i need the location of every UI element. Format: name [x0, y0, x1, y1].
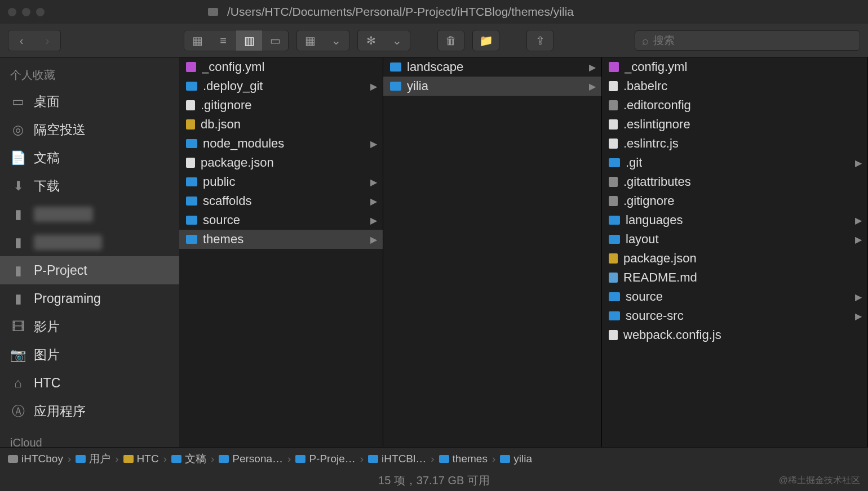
path-label: 文稿 — [185, 452, 206, 466]
file-item[interactable]: .eslintignore — [602, 115, 867, 134]
sidebar-item-label: █████ — [34, 235, 102, 250]
chevron-down-icon: ⌄ — [392, 35, 402, 46]
sidebar-item-label: 应用程序 — [34, 403, 86, 420]
back-button[interactable]: ‹ — [8, 30, 34, 51]
file-item[interactable]: package.json — [179, 153, 383, 172]
file-item[interactable]: webpack.config.js — [602, 325, 867, 345]
file-item[interactable]: .gitattributes — [602, 172, 867, 191]
file-label: node_modules — [203, 136, 284, 151]
path-segment[interactable]: Persona… — [219, 453, 283, 465]
folder-icon — [186, 82, 197, 91]
path-segment[interactable]: 用户 — [76, 452, 110, 466]
sidebar-item-label: HTC — [34, 376, 60, 391]
view-column-button[interactable]: ▥ — [236, 30, 262, 51]
folder-icon — [390, 82, 401, 91]
file-item[interactable]: .gitignore — [179, 96, 383, 115]
apps-icon: Ⓐ — [10, 404, 26, 418]
file-item[interactable]: yilia▶ — [383, 77, 601, 96]
file-item[interactable]: README.md — [602, 268, 867, 287]
path-separator: › — [65, 453, 73, 465]
folder-icon — [186, 197, 197, 206]
sidebar-item-label: 下载 — [34, 177, 60, 195]
minimize-window-button[interactable] — [22, 8, 30, 16]
toolbar: ‹ › ▦ ≡ ▥ ▭ ▦ ⌄ ✻ ⌄ 🗑 📁 ⇪ ⌕ — [0, 24, 868, 57]
search-input[interactable] — [653, 34, 853, 47]
sidebar-item-████[interactable]: ▮████ — [0, 200, 179, 228]
new-folder-button[interactable]: 📁 — [473, 30, 499, 51]
search-box[interactable]: ⌕ — [635, 30, 860, 51]
folder-icon — [186, 177, 197, 186]
sidebar-item-影片[interactable]: 🎞影片 — [0, 313, 179, 341]
file-item[interactable]: public▶ — [179, 172, 383, 191]
file-item[interactable]: .eslintrc.js — [602, 134, 867, 153]
path-separator: › — [490, 453, 498, 465]
file-item[interactable]: source▶ — [602, 287, 867, 306]
file-icon — [186, 100, 195, 110]
sidebar-item-下载[interactable]: ⬇下载 — [0, 172, 179, 200]
trash-button[interactable]: 🗑 — [438, 30, 464, 51]
file-item[interactable]: db.json — [179, 115, 383, 134]
chevron-right-icon: ▶ — [589, 62, 596, 73]
file-item[interactable]: landscape▶ — [383, 57, 601, 77]
file-item[interactable]: node_modules▶ — [179, 134, 383, 153]
file-item[interactable]: .gitignore — [602, 191, 867, 211]
file-label: source — [203, 213, 240, 227]
file-label: package.json — [623, 251, 697, 266]
action-button[interactable]: ✻ — [358, 30, 384, 51]
path-label: themes — [453, 453, 488, 465]
file-item[interactable]: _config.yml — [179, 57, 383, 77]
group-button[interactable]: ▦ — [297, 30, 323, 51]
share-button[interactable]: ⇪ — [527, 30, 553, 51]
file-item[interactable]: source-src▶ — [602, 306, 867, 325]
file-label: landscape — [407, 60, 463, 74]
sidebar-item-Programing[interactable]: ▮Programing — [0, 284, 179, 313]
pictures-icon: 📷 — [10, 348, 26, 361]
path-segment[interactable]: themes — [439, 453, 488, 465]
sidebar-item-应用程序[interactable]: Ⓐ应用程序 — [0, 397, 179, 425]
file-item[interactable]: scaffolds▶ — [179, 191, 383, 211]
sidebar-item-桌面[interactable]: ▭桌面 — [0, 87, 179, 115]
sidebar-item-label: 图片 — [34, 346, 60, 364]
path-segment[interactable]: iHTCBl… — [368, 453, 426, 465]
sidebar-item-P-Project[interactable]: ▮P-Project — [0, 256, 179, 284]
view-gallery-button[interactable]: ▭ — [262, 30, 288, 51]
file-item[interactable]: package.json — [602, 249, 867, 268]
path-segment[interactable]: iHTCboy — [8, 453, 63, 465]
folder-icon — [609, 158, 620, 167]
chevron-right-icon: ▶ — [855, 292, 862, 302]
file-item[interactable]: .editorconfig — [602, 96, 867, 115]
file-item[interactable]: source▶ — [179, 211, 383, 230]
file-item[interactable]: _config.yml — [602, 57, 867, 77]
file-item[interactable]: .deploy_git▶ — [179, 77, 383, 96]
path-segment[interactable]: 文稿 — [171, 452, 206, 466]
file-icon — [609, 139, 618, 149]
sidebar-item-文稿[interactable]: 📄文稿 — [0, 144, 179, 172]
sidebar-item-label: 文稿 — [34, 149, 60, 167]
forward-button[interactable]: › — [34, 30, 60, 51]
action-menu-button[interactable]: ⌄ — [384, 30, 410, 51]
view-icon-button[interactable]: ▦ — [184, 30, 210, 51]
close-window-button[interactable] — [8, 8, 16, 16]
sidebar-item-图片[interactable]: 📷图片 — [0, 341, 179, 369]
downloads-icon: ⬇ — [10, 179, 26, 193]
file-item[interactable]: languages▶ — [602, 211, 867, 230]
chevron-right-icon: ▶ — [855, 215, 862, 226]
file-icon — [609, 273, 618, 283]
desktop-icon: ▭ — [10, 95, 26, 108]
folder-icon: ▮ — [10, 207, 26, 221]
sidebar-item-HTC[interactable]: ⌂HTC — [0, 369, 179, 397]
sidebar-item-█████[interactable]: ▮█████ — [0, 228, 179, 256]
folder-icon — [390, 63, 401, 72]
path-segment[interactable]: yilia — [500, 453, 532, 465]
path-segment[interactable]: HTC — [123, 453, 159, 465]
file-item[interactable]: layout▶ — [602, 230, 867, 249]
sidebar-item-隔空投送[interactable]: ◎隔空投送 — [0, 115, 179, 144]
share-icon: ⇪ — [535, 35, 545, 46]
file-item[interactable]: .babelrc — [602, 77, 867, 96]
maximize-window-button[interactable] — [36, 8, 45, 16]
file-item[interactable]: themes▶ — [179, 230, 383, 249]
group-menu-button[interactable]: ⌄ — [323, 30, 349, 51]
file-item[interactable]: .git▶ — [602, 153, 867, 172]
path-segment[interactable]: P-Proje… — [295, 453, 355, 465]
view-list-button[interactable]: ≡ — [210, 30, 236, 51]
